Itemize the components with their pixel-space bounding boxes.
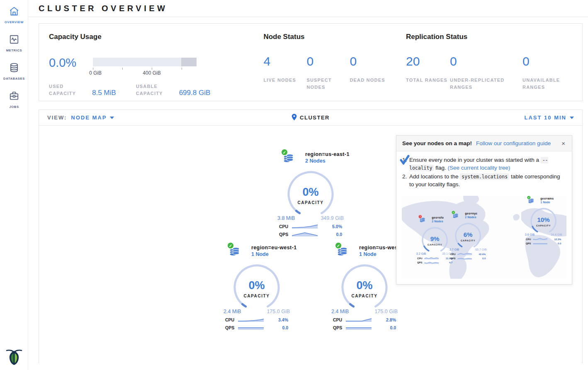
configuration-guide-link[interactable]: Follow our configuration guide <box>476 140 561 146</box>
total-ranges-stat: 20 TOTAL RANGES <box>406 55 450 91</box>
sidebar-item-label: DATABASES <box>0 77 28 80</box>
healthy-check-icon: ✓ <box>227 242 234 249</box>
map-pin-icon <box>292 114 297 122</box>
capacity-bar-axis: 0 GiB 400 GiB <box>93 66 197 77</box>
sidebar-item-databases[interactable]: DATABASES <box>0 56 28 85</box>
healthy-check-icon: ✓ <box>452 210 455 214</box>
node-count: 2 Nodes <box>305 158 346 164</box>
region-label: region=us-west-1 <box>359 245 400 251</box>
tick-label: 400 GiB <box>143 70 160 76</box>
blue-check-icon <box>400 155 410 167</box>
cpu-row: CPU 2.8% <box>333 317 396 322</box>
cpu-sparkline <box>238 317 264 322</box>
metrics-icon <box>9 34 19 45</box>
qps-value: 0.0 <box>318 232 342 237</box>
region-label: region=us-east-1 <box>305 151 346 157</box>
popup-body: 1. Ensure every node in your cluster was… <box>396 151 572 194</box>
qps-sparkline <box>238 325 264 330</box>
view-dropdown[interactable]: NODE MAP <box>71 114 114 121</box>
healthy-check-icon: ✓ <box>335 242 342 249</box>
chevron-down-icon <box>110 117 114 119</box>
mini-node-card-ams: ✓ geo=ams 1 Node <box>524 197 563 245</box>
locality-tree-link[interactable]: (See current locality tree) <box>447 165 510 171</box>
replication-status-title: Replication Status <box>406 33 572 41</box>
capacity-gauge: 0% CAPACITY <box>340 263 389 312</box>
capacity-percent: 0% <box>302 187 318 198</box>
tick-label: 0 GiB <box>89 70 102 76</box>
region-label: region=eu-west-1 <box>251 245 292 251</box>
qps-sparkline <box>345 325 372 330</box>
qps-row: QPS 0.0 <box>279 231 342 237</box>
qps-row: QPS 0.0 <box>333 325 396 330</box>
cpu-value: 3.4% <box>264 317 288 322</box>
healthy-check-icon: ✓ <box>281 149 288 156</box>
databases-icon <box>9 62 19 73</box>
time-range-dropdown[interactable]: LAST 10 MIN <box>525 114 574 121</box>
node-count: 1 Node <box>251 251 292 257</box>
summary-panel: Capacity Usage 0.0% 0 GiB 400 GiB USED C… <box>39 23 583 101</box>
close-icon[interactable]: × <box>561 140 566 147</box>
usable-capacity-label: USABLE CAPACITY <box>136 83 174 97</box>
qps-value: 0.0 <box>264 325 288 330</box>
capacity-label: CAPACITY <box>351 294 377 298</box>
under-replicated-ranges-stat: 0 UNDER-REPLICATED RANGES <box>450 55 522 91</box>
replication-status-section: Replication Status 20 TOTAL RANGES 0 UND… <box>406 33 572 92</box>
capacity-usage-title: Capacity Usage <box>49 33 263 41</box>
qps-sparkline <box>292 231 318 237</box>
breadcrumb: CLUSTER <box>300 114 330 121</box>
live-nodes-stat: 4 LIVE NODES <box>263 55 306 91</box>
sidebar: OVERVIEW METRICS DATABASES <box>0 0 28 370</box>
node-card-us-west-1[interactable]: ✓ region=us-west-1 1 Node <box>329 244 400 330</box>
cpu-value: 5.0% <box>318 224 342 229</box>
used-capacity-value: 8.5 MiB <box>92 89 116 97</box>
main-content: CLUSTER OVERVIEW Capacity Usage 0.0% 0 G… <box>28 0 588 363</box>
node-status-section: Node Status 4 LIVE NODES 0 SUSPECT NODES… <box>263 33 406 92</box>
page-header: CLUSTER OVERVIEW <box>28 0 588 17</box>
node-status-title: Node Status <box>263 33 406 41</box>
home-icon <box>9 6 19 17</box>
node-card-eu-west-1[interactable]: ✓ region=eu-west-1 1 Node <box>221 244 292 330</box>
capacity-gauge: 0% CAPACITY <box>232 263 281 312</box>
capacity-percent: 0% <box>356 280 372 291</box>
capacity-usage-section: Capacity Usage 0.0% 0 GiB 400 GiB USED C… <box>49 33 263 92</box>
used-capacity-label: USED CAPACITY <box>49 83 87 97</box>
sidebar-item-label: METRICS <box>0 49 28 52</box>
capacity-label: CAPACITY <box>243 294 270 298</box>
capacity-percent: 0% <box>248 280 265 291</box>
sidebar-item-metrics[interactable]: METRICS <box>0 28 28 56</box>
popup-header: See your nodes on a map! Follow our conf… <box>396 136 572 151</box>
cpu-value: 2.8% <box>372 317 396 322</box>
cpu-sparkline <box>345 317 372 322</box>
qps-row: QPS 0.0 <box>225 325 288 330</box>
capacity-gauge: 0% CAPACITY <box>286 170 335 219</box>
node-count: 1 Node <box>359 251 400 257</box>
cpu-sparkline <box>292 224 318 229</box>
unavailable-ranges-stat: 0 UNAVAILABLE RANGES <box>522 55 572 91</box>
capacity-bar: 0 GiB 400 GiB <box>93 57 197 77</box>
suspect-nodes-stat: 0 SUSPECT NODES <box>306 55 350 91</box>
node-map-area: ✓ region=us-east-1 2 Nodes <box>39 126 582 363</box>
cockroachdb-logo[interactable] <box>0 347 28 368</box>
popup-title: See your nodes on a map! <box>402 140 472 146</box>
healthy-check-icon: ✓ <box>527 196 531 200</box>
locality-breadcrumb: CLUSTER <box>172 114 450 122</box>
node-map-panel: VIEW: NODE MAP CLUSTER LAST 10 MIN <box>39 110 583 363</box>
sidebar-item-jobs[interactable]: JOBS <box>0 85 28 113</box>
sidebar-item-label: OVERVIEW <box>0 20 28 24</box>
cpu-row: CPU 3.4% <box>225 317 288 322</box>
setup-step-2: 2. Add locations to the system.locations… <box>402 173 566 188</box>
node-card-us-east-1[interactable]: ✓ region=us-east-1 2 Nodes <box>275 151 346 237</box>
node-map-setup-popup: See your nodes on a map! Follow our conf… <box>396 135 572 285</box>
jobs-icon <box>9 90 19 101</box>
page-title: CLUSTER OVERVIEW <box>39 4 168 13</box>
mini-node-card-nyc: ✓ geo=nyc 2 Nodes <box>448 212 488 260</box>
warning-icon: ! <box>418 214 422 218</box>
sidebar-item-label: JOBS <box>0 105 28 109</box>
system-locations-code: system.locations <box>460 173 509 180</box>
capacity-label: CAPACITY <box>297 200 323 205</box>
example-map-image: ! geo=sfo 2 Nodes <box>402 196 566 279</box>
dead-nodes-stat: 0 DEAD NODES <box>350 55 393 91</box>
chevron-down-icon <box>570 117 574 119</box>
sidebar-item-overview[interactable]: OVERVIEW <box>0 0 28 28</box>
map-toolbar: VIEW: NODE MAP CLUSTER LAST 10 MIN <box>39 110 582 126</box>
